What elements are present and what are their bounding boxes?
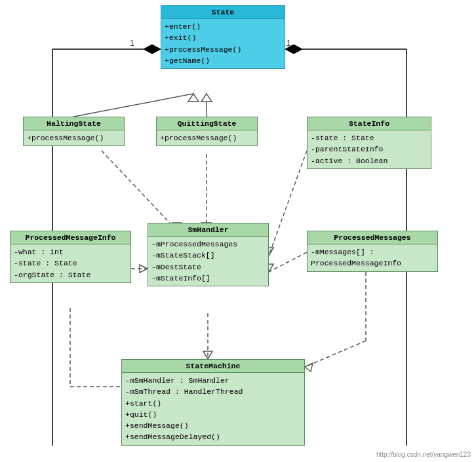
svg-marker-4: [144, 45, 161, 54]
pmi-field-3: -orgState : State: [14, 269, 127, 280]
svg-line-26: [305, 341, 366, 367]
smhandler-field-3: -mDestState: [151, 261, 265, 273]
sm-handler-class-box: SmHandler -mProcessedMessages -mStateSta…: [148, 223, 269, 286]
state-method-2: +exit(): [165, 32, 281, 43]
stateinfo-field-1: -state : State: [311, 132, 427, 144]
smhandler-field-2: -mStateStack[]: [151, 250, 265, 261]
pmi-body: -what : int -state : State -orgState : S…: [10, 244, 130, 282]
svg-line-10: [269, 151, 307, 256]
stateinfo-body: -state : State -parentStateInfo -active …: [307, 130, 431, 168]
halting-state-class-box: HaltingState +processMessage(): [23, 117, 125, 146]
stateinfo-title: StateInfo: [307, 117, 431, 130]
state-method-4: +getName(): [165, 55, 281, 66]
sm-field-1: -mSmHandler : SmHandler: [125, 375, 301, 386]
svg-marker-1: [188, 94, 199, 102]
quitting-method-1: +processMessage(): [160, 132, 254, 144]
svg-marker-24: [203, 351, 212, 359]
svg-line-0: [73, 94, 193, 117]
sm-method-1: +start(): [125, 398, 301, 409]
pmi-title: ProcessedMessageInfo: [10, 231, 130, 244]
pmi-field-1: -what : int: [14, 246, 127, 258]
sm-body: -mSmHandler : SmHandler -mSmThread : Han…: [122, 373, 304, 445]
pm-body: -mMessages[] : ProcessedMessageInfo: [307, 244, 437, 271]
stateinfo-field-2: -parentStateInfo: [311, 144, 427, 155]
state-method-1: +enter(): [165, 21, 281, 32]
sm-title: StateMachine: [122, 360, 304, 373]
svg-marker-19: [140, 265, 148, 273]
smhandler-field-4: -mStateInfo[]: [151, 273, 265, 284]
svg-text:1: 1: [287, 39, 291, 48]
pm-field-1: -mMessages[] :: [311, 246, 434, 258]
halting-title: HaltingState: [24, 117, 124, 130]
state-info-class-box: StateInfo -state : State -parentStateInf…: [307, 117, 431, 169]
svg-marker-27: [305, 363, 313, 372]
state-title: State: [161, 6, 285, 19]
watermark: http://blog.csdn.net/yangwen123: [376, 451, 471, 458]
state-machine-class-box: StateMachine -mSmHandler : SmHandler -mS…: [121, 359, 305, 446]
quitting-state-class-box: QuittingState +processMessage(): [156, 117, 258, 146]
pmi-field-2: -state : State: [14, 258, 127, 269]
sm-field-2: -mSmThread : HandlerThread: [125, 386, 301, 397]
quitting-body: +processMessage(): [157, 130, 257, 145]
processed-messages-class-box: ProcessedMessages -mMessages[] : Process…: [307, 231, 438, 272]
svg-text:1: 1: [130, 39, 134, 48]
halting-method-1: +processMessage(): [27, 132, 121, 144]
state-method-3: +processMessage(): [165, 44, 281, 55]
smhandler-field-1: -mProcessedMessages: [151, 239, 265, 250]
svg-line-12: [102, 151, 177, 231]
svg-line-16: [269, 252, 307, 272]
svg-marker-7: [285, 45, 302, 54]
pm-field-2: ProcessedMessageInfo: [311, 258, 434, 269]
diagram-container: 1 1 State +enter() +exit() +processMessa…: [0, 0, 476, 462]
quitting-title: QuittingState: [157, 117, 257, 130]
state-body: +enter() +exit() +processMessage() +getN…: [161, 19, 285, 68]
smhandler-body: -mProcessedMessages -mStateStack[] -mDes…: [148, 237, 268, 286]
processed-message-info-class-box: ProcessedMessageInfo -what : int -state …: [10, 231, 131, 283]
sm-method-2: +quit(): [125, 409, 301, 420]
sm-method-3: +sendMessage(): [125, 420, 301, 431]
pm-title: ProcessedMessages: [307, 231, 437, 244]
svg-marker-3: [201, 94, 212, 102]
state-class-box: State +enter() +exit() +processMessage()…: [161, 5, 285, 69]
sm-method-4: +sendMessageDelayed(): [125, 431, 301, 442]
halting-body: +processMessage(): [24, 130, 124, 145]
stateinfo-field-3: -active : Boolean: [311, 155, 427, 166]
smhandler-title: SmHandler: [148, 223, 268, 237]
